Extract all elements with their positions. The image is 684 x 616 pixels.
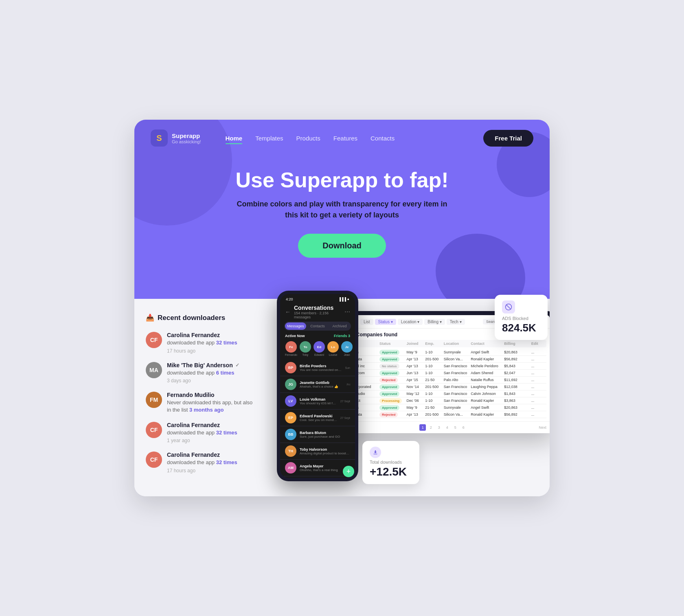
downloader-name: Carolina Fernandez (167, 422, 253, 428)
page-6[interactable]: 6 (460, 424, 467, 431)
downloader-info: Mike 'The Big' Anderson ✓ downloaded the… (167, 362, 253, 384)
mini-avatar: Je Jean (341, 341, 353, 356)
chat-avatar: AM (285, 462, 296, 474)
page-numbers: 1 2 3 4 5 6 (419, 424, 467, 431)
sidebar-title: 📥 Recent downloaders (146, 313, 253, 322)
mini-av-name: Fernando (285, 353, 297, 356)
chat-avatar: EP (285, 412, 296, 423)
fab-button[interactable]: + (343, 466, 354, 477)
chat-list: BP Birdie Powders You are now connected … (280, 360, 355, 478)
nav-features[interactable]: Features (333, 135, 357, 142)
tab-messages[interactable]: Messages (285, 322, 306, 330)
phone-menu-icon[interactable]: ⋯ (344, 309, 350, 315)
filter-list[interactable]: List (360, 319, 373, 325)
main-card: S Superapp Go asskicking! Home Templates… (134, 120, 550, 496)
page-1[interactable]: 1 (419, 424, 426, 431)
hero-title: Use Superapp to fap! (151, 169, 533, 192)
filter-status[interactable]: Status ▾ (375, 319, 396, 325)
tab-archived[interactable]: Archived (329, 322, 350, 330)
table-row: Dvika Incorporated Approved Nov '14201-5… (333, 384, 546, 390)
mini-avatar: Ed Edward (314, 341, 325, 356)
back-icon[interactable]: ← (285, 309, 291, 315)
page-4[interactable]: 4 (444, 424, 450, 431)
chat-msg: Cool. See you on monday 😊 (300, 418, 337, 422)
nav-links: Home Templates Products Features Contact… (226, 135, 484, 142)
chat-info: Edward Pawlowski Cool. See you on monday… (300, 414, 337, 422)
download-icon (370, 447, 381, 458)
download-count: 6 times (216, 370, 235, 376)
free-trial-button[interactable]: Free Trial (483, 130, 533, 147)
next-button[interactable]: Next (539, 425, 546, 430)
desktop-content: 1,339,231 Companies found CompanyStatusJ… (330, 329, 550, 421)
table-row: Dishonored inc No status Apr '131-10San … (333, 363, 546, 370)
download-count: 32 times (216, 430, 237, 436)
downloader-desc: downloaded the app 32 times (167, 459, 253, 466)
tab-contacts[interactable]: Contacts (307, 322, 328, 330)
logo-tagline: Go asskicking! (172, 139, 201, 144)
ads-blocked-card: ADS Blocked 824.5K (495, 295, 548, 340)
filter-billing[interactable]: Billing ▾ (424, 319, 445, 325)
nav-home[interactable]: Home (226, 135, 243, 142)
page-2[interactable]: 2 (428, 424, 434, 431)
page-5[interactable]: 5 (452, 424, 458, 431)
table-row: CharkedData Approved Apr '13201-500Silic… (333, 356, 546, 363)
ads-label: ADS Blocked (502, 316, 540, 321)
downloader-time: 1 year ago (167, 438, 253, 443)
chat-item[interactable]: TH Toby Halvorson Amazing digital produc… (280, 443, 355, 460)
downloader-item: CF Carolina Fernandez downloaded the app… (146, 422, 253, 443)
downloader-name: Carolina Fernandez (167, 452, 253, 458)
mini-av-name: Louise (329, 353, 338, 356)
mini-avatar: Fe Fernando (285, 341, 297, 356)
logo-icon: S (151, 129, 168, 147)
mini-av: Ed (314, 341, 325, 353)
mini-avatar: To Toby (300, 341, 311, 356)
chat-avatar: TH (285, 445, 296, 457)
table-row: Belproduct Rejected Apr '1521-50Palo Alt… (333, 377, 546, 384)
filter-tech[interactable]: Tech ▾ (447, 319, 465, 325)
chat-item[interactable]: BP Birdie Powders You are now connected … (280, 360, 355, 376)
chat-item[interactable]: JG Jeanette Gottlieb Ahahah, that's a ch… (280, 376, 355, 393)
avatar: FM (146, 392, 162, 408)
downloader-time: 17 hours ago (167, 468, 253, 474)
total-downloads-label: Total downloads (370, 460, 412, 465)
table-row: Crazyleads Approved May '921-50Sunnyvale… (333, 404, 546, 411)
table-header: CompanyStatusJoinedEmp.LocationContactBi… (333, 340, 546, 347)
download-button[interactable]: Download (298, 234, 386, 258)
nav-contacts[interactable]: Contacts (370, 135, 395, 142)
chat-time: Fri (347, 383, 350, 386)
downloader-item: FM Fernando Mudilio Never downloaded thi… (146, 392, 253, 414)
nav-templates[interactable]: Templates (255, 135, 283, 142)
nav-products[interactable]: Products (296, 135, 320, 142)
chat-name: Barbara Bluton (300, 431, 350, 435)
phone-subtitle: 154 members · 2,156 messages (294, 311, 341, 319)
download-count: 32 times (216, 459, 237, 465)
chat-item[interactable]: BB Barbara Bluton Sure, just purchase an… (280, 426, 355, 443)
table-row: HDivere Studio Approved May '121-10San F… (333, 390, 546, 397)
mini-av-name: Jean (344, 353, 350, 356)
chat-info: Toby Halvorson Amazing digital product t… (300, 447, 350, 455)
logo-text: Superapp Go asskicking! (172, 132, 201, 144)
logo-name: Superapp (172, 132, 201, 139)
page-3[interactable]: 3 (436, 424, 442, 431)
verified-icon: ✓ (235, 362, 239, 368)
filter-location[interactable]: Location ▾ (398, 319, 423, 325)
mini-av: Fe (285, 341, 297, 353)
chat-name: Angela Mayer (300, 464, 350, 468)
friends-count: Friends 3 (334, 334, 350, 338)
active-avatars: Fe Fernando To Toby Ed Edward Lo (280, 340, 355, 360)
chat-item[interactable]: EP Edward Pawlowski Cool. See you on mon… (280, 410, 355, 426)
chat-avatar: LV (285, 395, 296, 407)
hero-subtitle: Combine colors and play with transparenc… (232, 199, 452, 221)
navbar: S Superapp Go asskicking! Home Templates… (134, 120, 550, 156)
chat-msg: Ahahah, that's a choice 👍 (300, 385, 344, 388)
downloader-item: CF Carolina Fernandez downloaded the app… (146, 452, 253, 473)
phone-title: Conversations (294, 305, 341, 311)
total-downloads-card: Total downloads +12.5K (362, 441, 419, 484)
hero-section: S Superapp Go asskicking! Home Templates… (134, 120, 550, 299)
active-now-header: Active Now Friends 3 (280, 331, 355, 340)
mini-av-name: Edward (314, 353, 324, 356)
chat-item[interactable]: LV Louie Volkman You should try iOS kit … (280, 393, 355, 410)
chat-name: Jeanette Gottlieb (300, 381, 344, 385)
downloader-time: 3 days ago (167, 378, 253, 384)
chat-name: Toby Halvorson (300, 447, 350, 452)
